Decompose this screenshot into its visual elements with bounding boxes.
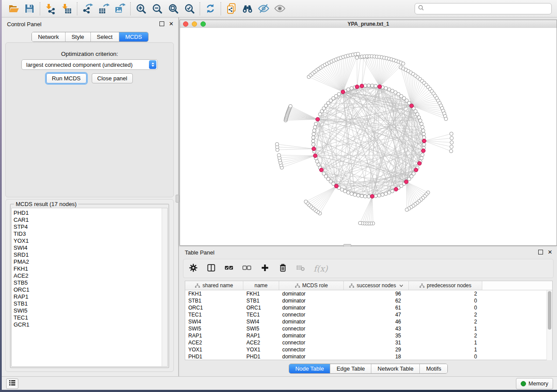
leaf-node[interactable] [356,52,360,55]
ring-node[interactable] [381,193,384,196]
table-tab-network-table[interactable]: Network Table [371,364,419,373]
ring-node[interactable] [422,143,426,146]
cell-predecessor-nodes[interactable]: 2 [409,333,482,339]
cell-predecessor-nodes[interactable]: 0 [409,298,482,304]
table-row[interactable]: FKH1FKH1dominator962 [185,290,547,297]
mcds-hub-node[interactable] [341,90,345,94]
ring-node[interactable] [420,122,423,126]
leaf-node[interactable] [450,132,453,135]
cell-successor-nodes[interactable]: 18 [344,354,409,360]
mcds-hub-node[interactable] [414,168,418,172]
ring-node[interactable] [370,84,374,87]
cell-shared-name[interactable]: SWI5 [185,326,243,332]
mcds-hub-node[interactable] [312,147,316,151]
mcds-result-item[interactable]: TID3 [14,230,162,237]
mcds-hub-node[interactable] [378,85,382,89]
cell-name[interactable]: PHD1 [243,354,279,360]
select-all-columns-button[interactable] [224,263,234,274]
cell-name[interactable]: TEC1 [243,312,279,318]
delete-table-button[interactable] [295,263,306,274]
leaf-node[interactable] [450,141,453,144]
cell-MCDS-role[interactable]: dominator [279,298,344,304]
mcds-result-item[interactable]: ACE2 [14,272,162,279]
ring-node[interactable] [377,194,381,197]
mcds-result-item[interactable]: SWI4 [14,244,162,251]
function-builder-button[interactable]: f(x) [313,263,328,274]
ring-node[interactable] [350,86,353,90]
cell-name[interactable]: YOX1 [243,347,279,353]
cell-predecessor-nodes[interactable]: 2 [409,319,482,325]
cell-shared-name[interactable]: STB1 [185,298,243,304]
table-row[interactable]: PHD1PHD1dominator180 [185,353,547,360]
table-tab-edge-table[interactable]: Edge Table [330,364,371,373]
ring-node[interactable] [421,153,424,157]
mcds-result-item[interactable]: GCR1 [14,321,162,328]
ring-node[interactable] [311,143,315,146]
ring-node[interactable] [374,194,377,198]
cell-MCDS-role[interactable]: dominator [279,354,344,360]
table-row[interactable]: SWI4SWI4dominator462 [185,318,547,325]
mcds-hub-node[interactable] [370,194,374,198]
close-table-panel-icon[interactable]: ✕ [547,249,553,254]
cell-name[interactable]: ORC1 [243,305,279,311]
cell-successor-nodes[interactable]: 96 [344,291,409,297]
mcds-result-item[interactable]: FKH1 [14,265,162,272]
leaf-node[interactable] [277,154,281,157]
close-panel-icon[interactable]: ✕ [169,21,174,26]
column-header-name[interactable]: name [243,281,279,290]
mcds-result-item[interactable]: ORC1 [14,286,162,293]
ring-node[interactable] [311,139,315,143]
mcds-result-item[interactable]: SRD1 [14,251,162,258]
mcds-result-item[interactable]: TEC1 [14,314,162,321]
minimize-window-icon[interactable] [192,21,197,27]
mcds-hub-node[interactable] [316,117,320,121]
ring-node[interactable] [312,129,316,132]
zoom-in-button[interactable] [133,2,149,16]
mcds-result-item[interactable]: CAR1 [14,217,162,224]
cell-name[interactable]: RAP1 [243,333,279,339]
cell-predecessor-nodes[interactable]: 0 [409,354,482,360]
panel-splitter-grip[interactable] [176,195,179,203]
cell-MCDS-role[interactable]: connector [279,312,344,318]
cell-successor-nodes[interactable]: 62 [344,298,409,304]
mcds-hub-node[interactable] [394,187,398,191]
table-row[interactable]: RAP1RAP1dominator352 [185,332,547,339]
mcds-hub-node[interactable] [319,168,323,172]
ring-node[interactable] [367,84,370,87]
cell-MCDS-role[interactable]: connector [279,347,344,353]
mcds-hub-node[interactable] [313,154,317,158]
cell-shared-name[interactable]: TEC1 [185,312,243,318]
table-tab-node-table[interactable]: Node Table [289,364,330,373]
leaf-node[interactable] [355,56,359,59]
table-scrollbar[interactable] [547,290,552,360]
leaf-node[interactable] [405,208,408,211]
column-header-MCDS-role[interactable]: MCDS role [279,281,344,290]
table-row[interactable]: YOX1YOX1connector291 [185,346,547,353]
cell-shared-name[interactable]: YOX1 [185,347,243,353]
ring-node[interactable] [356,194,360,197]
mcds-result-item[interactable]: STB1 [14,300,162,307]
export-image-button[interactable] [112,2,128,16]
mcds-result-item[interactable]: RAP1 [14,293,162,300]
cell-shared-name[interactable]: SWI4 [185,319,243,325]
table-row[interactable]: ORC1ORC1dominator610 [185,304,547,311]
mcds-hub-node[interactable] [410,104,414,108]
mcds-result-item[interactable]: STP4 [14,224,162,230]
deselect-all-columns-button[interactable] [242,263,252,274]
maximize-window-icon[interactable] [201,21,206,27]
table-row[interactable]: ACE2ACE2connector311 [185,339,547,346]
criterion-dropdown[interactable]: largest connected component (undirected) [21,59,158,70]
network-canvas[interactable] [180,28,557,245]
ring-node[interactable] [417,116,421,119]
network-window-titlebar[interactable]: YPA_prune.txt_1 [180,20,557,28]
ring-node[interactable] [346,191,350,194]
tab-network[interactable]: Network [32,32,65,41]
ring-node[interactable] [367,195,370,198]
mcds-hub-node[interactable] [422,139,426,143]
hide-selected-button[interactable] [256,2,272,16]
ring-node[interactable] [353,193,356,196]
search-box[interactable] [415,3,552,14]
zoom-out-button[interactable] [149,2,165,16]
run-mcds-button[interactable]: Run MCDS [46,73,86,83]
cell-successor-nodes[interactable]: 43 [344,326,409,332]
